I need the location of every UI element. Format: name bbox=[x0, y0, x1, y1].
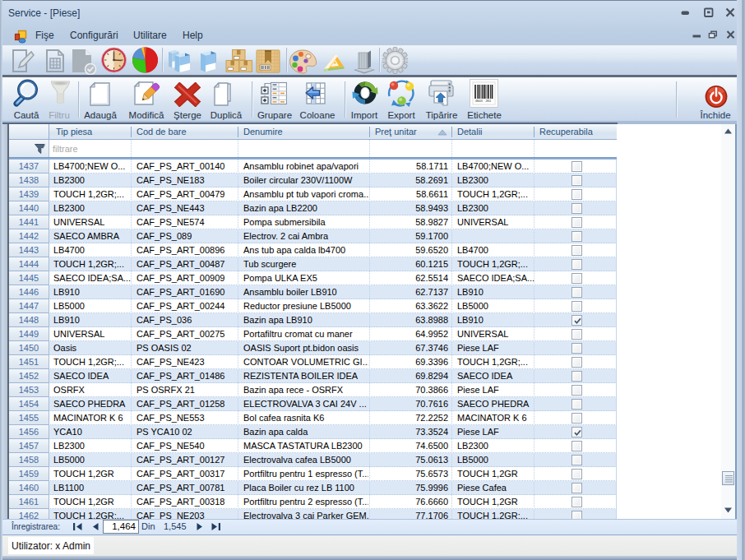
svg-text:2811: 2811 bbox=[486, 100, 492, 103]
svg-text:48003: 48003 bbox=[475, 100, 483, 103]
